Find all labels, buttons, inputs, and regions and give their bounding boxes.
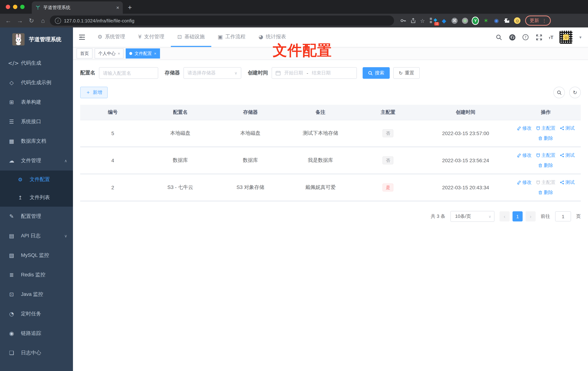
bookmark-star-icon[interactable]: ☆	[420, 18, 425, 23]
user-avatar[interactable]	[559, 31, 572, 44]
next-page-button[interactable]: ›	[525, 211, 536, 222]
extension-eye-icon[interactable]: ◉	[493, 17, 500, 24]
close-window-button[interactable]	[6, 5, 10, 9]
storage-select[interactable]: 请选择存储器 ∨	[183, 67, 241, 79]
chevron-down-icon[interactable]: ▼	[579, 35, 582, 39]
sidebar-item-13[interactable]: ◔ 定时任务	[0, 304, 73, 324]
browser-tab[interactable]: 芋道管理系统 ×	[32, 1, 123, 14]
delete-action[interactable]: 删除	[538, 135, 553, 142]
edit-action[interactable]: 修改	[517, 152, 532, 159]
sidebar-item-label: API 日志	[21, 233, 41, 239]
tags-view-tab-0[interactable]: 首页	[77, 48, 93, 59]
sidebar-item-6[interactable]: ⚙ 文件配置	[0, 170, 73, 189]
add-button[interactable]: ＋ 新增	[80, 87, 108, 98]
config-name-input[interactable]	[99, 67, 158, 79]
sidebar-item-3[interactable]: ☰ 系统接口	[0, 112, 73, 131]
app-title: 芋道管理系统	[29, 36, 61, 43]
extension-star-icon[interactable]: ✶	[482, 17, 490, 24]
sidebar-item-12[interactable]: ⊡ Java 监控	[0, 285, 73, 304]
github-icon[interactable]	[509, 34, 516, 41]
sidebar-item-label: Redis 监控	[21, 272, 45, 278]
browser-update-button[interactable]: 更新 ⋮	[525, 16, 551, 26]
tab-label: 首页	[80, 50, 89, 56]
help-icon[interactable]: ?	[522, 34, 529, 41]
favicon-plant-icon	[35, 5, 41, 10]
extensions-puzzle-icon[interactable]	[503, 17, 511, 24]
edit-action[interactable]: 修改	[517, 179, 532, 186]
font-size-icon[interactable]: тT	[549, 34, 553, 40]
forward-icon[interactable]: →	[15, 18, 25, 24]
refresh-table-icon[interactable]: ↻	[569, 87, 581, 98]
test-action[interactable]: 测试	[560, 179, 575, 186]
sidebar-item-5[interactable]: ☁ 文件管理 ∧	[0, 151, 73, 170]
address-bar[interactable]: i 127.0.0.1:1024/infra/file/file-config	[50, 16, 394, 26]
goto-page-input[interactable]	[555, 211, 571, 222]
sidebar-item-4[interactable]: ▦ 数据库文档	[0, 131, 73, 151]
extension-balloon-icon[interactable]: ◆	[441, 17, 448, 24]
edit-action[interactable]: 修改	[517, 125, 532, 131]
extension-command-icon[interactable]: ⌘	[451, 17, 458, 24]
reset-button[interactable]: ↻ 重置	[393, 67, 420, 79]
tags-view-tab-1[interactable]: 个人中心 ×	[95, 48, 124, 59]
site-info-icon[interactable]: i	[55, 18, 61, 24]
minimize-window-button[interactable]	[13, 5, 17, 9]
zoom-window-button[interactable]	[20, 5, 25, 9]
pagination: 共 3 条 10条/页 ∨ ‹ 1 › 前往 页	[80, 211, 581, 222]
delete-action[interactable]: 删除	[538, 189, 553, 196]
sidebar-item-7[interactable]: ↥ 文件列表	[0, 189, 73, 207]
tab-close-icon[interactable]: ×	[116, 5, 119, 11]
top-nav-item-1[interactable]: ¥ 支付管理	[132, 27, 171, 47]
sidebar-item-14[interactable]: ◉ 链路追踪	[0, 324, 73, 343]
browser-menu-icon[interactable]: ⋮	[542, 18, 547, 23]
test-action[interactable]: 测试	[560, 152, 575, 159]
extension-y-icon[interactable]: Y	[472, 17, 479, 24]
edit-icon	[517, 126, 521, 130]
master-config-action[interactable]: 主配置	[536, 179, 556, 186]
date-range-picker[interactable]: 开始日期 - 结束日期	[272, 67, 357, 79]
date-end-placeholder: 结束日期	[312, 70, 331, 76]
edit-action-label: 修改	[522, 179, 532, 186]
prev-page-button[interactable]: ‹	[500, 211, 510, 222]
home-icon[interactable]: ⌂	[38, 18, 48, 24]
search-icon[interactable]	[495, 34, 502, 41]
traffic-lights[interactable]	[6, 5, 25, 9]
sidebar-item-0[interactable]: </> 代码生成	[0, 53, 73, 73]
tab-label: 文件配置	[135, 50, 152, 56]
extension-grid-kite-icon[interactable]: ◆ 11	[430, 17, 437, 24]
password-key-icon[interactable]	[400, 17, 406, 24]
collapse-sidebar-icon[interactable]	[78, 33, 86, 41]
tab-close-icon[interactable]: ×	[118, 51, 120, 56]
sidebar-item-9[interactable]: ▤ API 日志 ∨	[0, 226, 73, 246]
extension-dot-icon[interactable]	[462, 17, 469, 24]
current-page-button[interactable]: 1	[513, 211, 523, 222]
fullscreen-icon[interactable]	[535, 34, 543, 41]
share-icon[interactable]	[410, 17, 416, 24]
sidebar-item-label: 代码生成	[21, 60, 41, 66]
master-config-action[interactable]: 主配置	[536, 125, 556, 131]
sidebar-item-2[interactable]: ⊞ 表单构建	[0, 93, 73, 112]
extension-emoji-icon[interactable]: ☺	[514, 17, 521, 24]
top-nav-item-3[interactable]: ▣ 工作流程	[211, 27, 252, 47]
top-nav-item-0[interactable]: ⚙ 系统管理	[91, 27, 132, 47]
tab-close-icon[interactable]: ×	[154, 51, 156, 56]
reload-icon[interactable]: ↻	[27, 18, 36, 24]
new-tab-button[interactable]: +	[128, 4, 132, 11]
top-nav-item-2[interactable]: ⊡ 基础设施	[171, 27, 211, 47]
test-action[interactable]: 测试	[560, 125, 575, 131]
delete-action[interactable]: 删除	[538, 162, 553, 169]
cell-storage: 本地磁盘	[215, 120, 285, 147]
page-size-select[interactable]: 10条/页 ∨	[450, 211, 494, 222]
hide-search-icon[interactable]	[553, 87, 565, 98]
tags-view-tab-2[interactable]: 文件配置 ×	[126, 48, 160, 59]
shield-icon: ◇	[8, 79, 15, 86]
sidebar-item-10[interactable]: ▧ MySQL 监控	[0, 246, 73, 265]
back-icon[interactable]: ←	[4, 18, 13, 24]
sidebar-item-11[interactable]: ≣ Redis 监控	[0, 265, 73, 285]
sidebar-item-1[interactable]: ◇ 代码生成示例	[0, 73, 73, 93]
search-button[interactable]: 搜索	[363, 67, 390, 79]
sidebar-item-8[interactable]: ✎ 配置管理	[0, 207, 73, 226]
sidebar-item-15[interactable]: ❏ 日志中心	[0, 343, 73, 363]
master-config-action[interactable]: 主配置	[536, 152, 556, 159]
share-nodes-icon	[560, 180, 564, 185]
sidebar-item-label: 文件管理	[21, 158, 41, 164]
